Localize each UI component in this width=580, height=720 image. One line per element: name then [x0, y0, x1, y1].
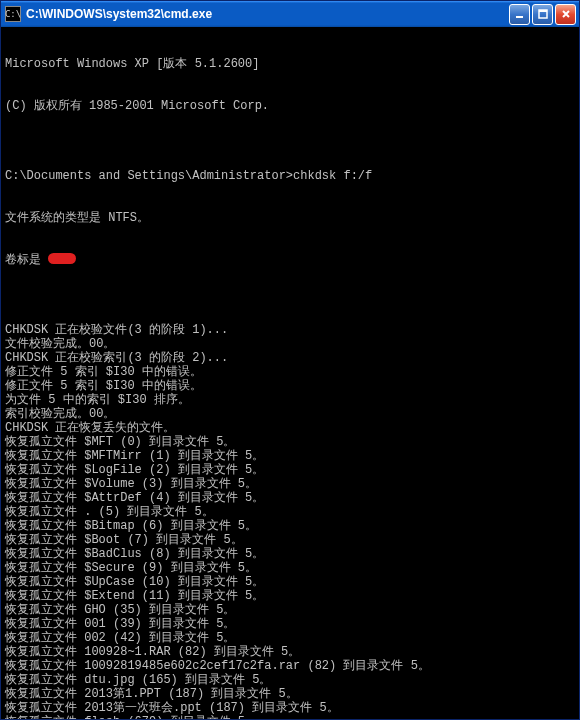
output-line: CHKDSK 正在恢复丢失的文件。 — [5, 421, 575, 435]
output-line: 恢复孤立文件 $Bitmap (6) 到目录文件 5。 — [5, 519, 575, 533]
output-line: 恢复孤立文件 $AttrDef (4) 到目录文件 5。 — [5, 491, 575, 505]
close-button[interactable] — [555, 4, 576, 25]
terminal-output[interactable]: Microsoft Windows XP [版本 5.1.2600] (C) 版… — [1, 27, 579, 719]
output-line: 恢复孤立文件 2013第一次班会.ppt (187) 到目录文件 5。 — [5, 701, 575, 715]
output-line: 修正文件 5 索引 $I30 中的错误。 — [5, 365, 575, 379]
chkdsk-output: CHKDSK 正在校验文件(3 的阶段 1)...文件校验完成。00。CHKDS… — [5, 323, 575, 719]
output-line: 恢复孤立文件 . (5) 到目录文件 5。 — [5, 505, 575, 519]
output-line: 恢复孤立文件 001 (39) 到目录文件 5。 — [5, 617, 575, 631]
output-line: 恢复孤立文件 10092819485e602c2cef17c2fa.rar (8… — [5, 659, 575, 673]
prompt-line: C:\Documents and Settings\Administrator>… — [5, 169, 575, 183]
titlebar[interactable]: C:\ C:\WINDOWS\system32\cmd.exe — [1, 1, 579, 27]
output-line: CHKDSK 正在校验索引(3 的阶段 2)... — [5, 351, 575, 365]
window-controls — [509, 4, 576, 25]
output-line: 文件系统的类型是 NTFS。 — [5, 211, 575, 225]
cmd-window: C:\ C:\WINDOWS\system32\cmd.exe Microsof… — [0, 0, 580, 720]
output-line: 恢复孤立文件 $Extend (11) 到目录文件 5。 — [5, 589, 575, 603]
output-line: 卷标是 — [5, 253, 575, 267]
output-line: 恢复孤立文件 GHO (35) 到目录文件 5。 — [5, 603, 575, 617]
cmd-icon: C:\ — [5, 6, 21, 22]
output-line: 恢复孤立文件 flash (679) 到目录文件 5。 — [5, 715, 575, 719]
output-line: Microsoft Windows XP [版本 5.1.2600] — [5, 57, 575, 71]
output-line: 恢复孤立文件 100928~1.RAR (82) 到目录文件 5。 — [5, 645, 575, 659]
output-line: 恢复孤立文件 $MFT (0) 到目录文件 5。 — [5, 435, 575, 449]
output-line: 恢复孤立文件 $UpCase (10) 到目录文件 5。 — [5, 575, 575, 589]
output-line: 恢复孤立文件 dtu.jpg (165) 到目录文件 5。 — [5, 673, 575, 687]
output-line: 恢复孤立文件 $LogFile (2) 到目录文件 5。 — [5, 463, 575, 477]
output-line: CHKDSK 正在校验文件(3 的阶段 1)... — [5, 323, 575, 337]
output-line: 恢复孤立文件 $Boot (7) 到目录文件 5。 — [5, 533, 575, 547]
output-line: 索引校验完成。00。 — [5, 407, 575, 421]
minimize-button[interactable] — [509, 4, 530, 25]
redacted-label — [48, 253, 76, 264]
svg-rect-2 — [539, 10, 547, 12]
output-line: 恢复孤立文件 $BadClus (8) 到目录文件 5。 — [5, 547, 575, 561]
output-line: 恢复孤立文件 $Secure (9) 到目录文件 5。 — [5, 561, 575, 575]
output-line: 恢复孤立文件 $MFTMirr (1) 到目录文件 5。 — [5, 449, 575, 463]
svg-rect-0 — [516, 16, 523, 18]
output-line: 恢复孤立文件 $Volume (3) 到目录文件 5。 — [5, 477, 575, 491]
window-title: C:\WINDOWS\system32\cmd.exe — [26, 7, 509, 21]
output-line: 为文件 5 中的索引 $I30 排序。 — [5, 393, 575, 407]
output-line: 文件校验完成。00。 — [5, 337, 575, 351]
output-line: 修正文件 5 索引 $I30 中的错误。 — [5, 379, 575, 393]
output-line: 恢复孤立文件 002 (42) 到目录文件 5。 — [5, 631, 575, 645]
output-line: 恢复孤立文件 2013第1.PPT (187) 到目录文件 5。 — [5, 687, 575, 701]
maximize-button[interactable] — [532, 4, 553, 25]
command-text: chkdsk f:/f — [293, 169, 372, 183]
output-line: (C) 版权所有 1985-2001 Microsoft Corp. — [5, 99, 575, 113]
